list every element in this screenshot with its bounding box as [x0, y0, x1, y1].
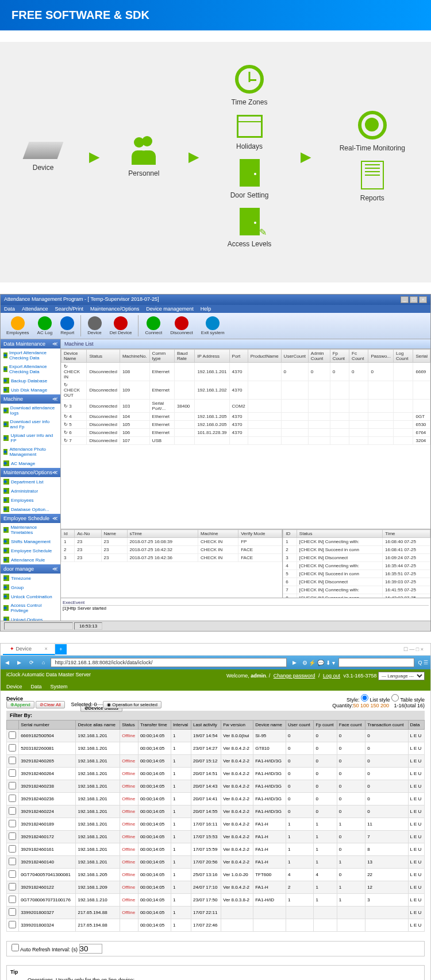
- back-button[interactable]: ◀: [3, 659, 11, 667]
- nav-item[interactable]: Data: [31, 684, 42, 690]
- status-grid[interactable]: IDStatusTime1[CHECK IN] Connecting with:…: [283, 529, 430, 598]
- machine-list-grid[interactable]: Device NameStatusMachineNo.Comm typeBaud…: [61, 349, 430, 529]
- sidebar-item[interactable]: ◆Usb Disk Manage: [1, 385, 60, 394]
- table-row[interactable]: 3399201800324217.65.194.8800:00;14:05117…: [7, 919, 425, 932]
- sidebar-item[interactable]: ◆Department List: [1, 477, 60, 486]
- toolbar-disconnect[interactable]: Disconnect: [167, 315, 197, 336]
- toolbar-device[interactable]: Device: [84, 315, 105, 336]
- menu-item[interactable]: Maintenance/Options: [90, 306, 139, 312]
- menu-item[interactable]: Search/Print: [55, 306, 84, 312]
- toolbar-employees[interactable]: Employees: [3, 315, 33, 336]
- table-row[interactable]: ↻ 5Disconnected105Ethernet192.168.0.2054…: [61, 421, 430, 429]
- sidebar-item[interactable]: ◆Download user info and Fp: [1, 417, 60, 431]
- table-row[interactable]: 3399201800327217.65.194.88Offline00:00;1…: [7, 907, 425, 919]
- table-row[interactable]: 0GT7080067073100176192.168.1.210Offline0…: [7, 894, 425, 907]
- table-row[interactable]: 3929182460264192.168.1.201Offline00:00;1…: [7, 768, 425, 780]
- maximize-button[interactable]: □: [410, 296, 418, 303]
- table-row[interactable]: 6[CHECK IN] Disconnect16:39:03 07-25: [283, 578, 430, 586]
- table-row[interactable]: 3929182460172192.168.1.201Offline00:00;1…: [7, 831, 425, 843]
- table-row[interactable]: 3929182460189192.168.1.201Offline00:00;1…: [7, 818, 425, 831]
- menu-item[interactable]: Device management: [146, 306, 194, 312]
- nav-item[interactable]: System: [51, 684, 68, 690]
- table-row[interactable]: 4[CHECK IN] Connecting with:16:35:44 07-…: [283, 562, 430, 570]
- table-row[interactable]: 6669182500504192.168.1.201Offline00:00;1…: [7, 730, 425, 742]
- sidebar-item[interactable]: ◆Database Option...: [1, 505, 60, 514]
- sidebar-item[interactable]: ◆Import Attendance Checking Data: [1, 348, 60, 362]
- language-select[interactable]: --- Language ---: [378, 672, 425, 680]
- sidebar-section-header[interactable]: Data Maintenance≪: [1, 339, 60, 348]
- table-row[interactable]: 3929182460236192.168.1.201Offline00:00;1…: [7, 793, 425, 805]
- log-grid[interactable]: IdAc-NoNamesTimeMachineVerify Mode123232…: [61, 529, 283, 598]
- sidebar-section-header[interactable]: Machine≪: [1, 394, 60, 404]
- clear-all-button[interactable]: ⊘Clear All: [36, 701, 65, 708]
- list-style-radio[interactable]: List style: [361, 697, 390, 703]
- browser-tab[interactable]: ✦ Device ×: [3, 644, 55, 655]
- sidebar-item[interactable]: ◆Attendance Rule: [1, 555, 60, 564]
- search-button[interactable]: ▶: [290, 659, 299, 667]
- table-row[interactable]: 5[CHECK IN] Succeed in conn16:35:51 07-2…: [283, 570, 430, 578]
- refresh-button[interactable]: ⟳: [27, 659, 36, 667]
- table-row[interactable]: 3929182460238192.168.1.201Offline00:00;1…: [7, 780, 425, 793]
- table-row[interactable]: 7[CHECK IN] Connecting with:16:41:55 07-…: [283, 586, 430, 594]
- auto-refresh-checkbox[interactable]: Auto Refresh Interval: (s): [11, 947, 78, 952]
- table-row[interactable]: ↻ 7Disconnected107USB3204: [61, 437, 430, 445]
- sidebar-item[interactable]: ◆AC Manage: [1, 459, 60, 468]
- sidebar-item[interactable]: ◆Timezone: [1, 574, 60, 583]
- logout-link[interactable]: Log out: [323, 673, 340, 679]
- table-row[interactable]: ↻ 3Disconnected103Serial Port/...38400CO…: [61, 400, 430, 413]
- table-row[interactable]: 3929182460265192.168.1.201Offline00:00;1…: [7, 755, 425, 768]
- toolbar-exit-system[interactable]: Exit system: [198, 315, 228, 336]
- sidebar-item[interactable]: ◆Access Control Privilege: [1, 601, 60, 615]
- table-row[interactable]: 2[CHECK IN] Succeed in conn16:08:41 07-2…: [283, 546, 430, 554]
- toolbar-ac-log[interactable]: AC Log: [34, 315, 56, 336]
- menu-item[interactable]: Data: [4, 306, 15, 312]
- sidebar-item[interactable]: ◆Employees: [1, 495, 60, 505]
- table-row[interactable]: 123232018-07-25 16:08:39CHECK INFP: [61, 538, 282, 546]
- table-row[interactable]: 3929182460140192.168.1.201Offline00:00;1…: [7, 856, 425, 869]
- table-row[interactable]: 1[CHECK IN] Connecting with:16:08:40 07-…: [283, 538, 430, 546]
- sidebar-section-header[interactable]: Employee Schedule≪: [1, 514, 60, 523]
- forward-button[interactable]: ▶: [15, 659, 24, 667]
- append-button[interactable]: ⊕Append: [6, 701, 34, 708]
- table-row[interactable]: 323232018-07-25 16:42:36CHECK INFACE: [61, 554, 282, 562]
- table-row[interactable]: 3929182460122192.168.1.209Offline00:00;1…: [7, 881, 425, 894]
- table-row[interactable]: 223232018-07-25 16:42:32CHECK INFACE: [61, 546, 282, 554]
- table-row[interactable]: 3[CHECK IN] Disconnect16:09:24 07-25: [283, 554, 430, 562]
- sidebar-item[interactable]: ◆Export Attendance Checking Data: [1, 362, 60, 376]
- sidebar-item[interactable]: ◆Maintenance Timetables: [1, 523, 60, 537]
- table-style-radio[interactable]: Table style: [391, 697, 425, 703]
- url-input[interactable]: [51, 658, 286, 667]
- device-table[interactable]: Serial numberDevice alias nameStatusTran…: [6, 720, 425, 932]
- sidebar-item[interactable]: ◆Employee Schedule: [1, 546, 60, 555]
- toolbar-del-device[interactable]: Del Device: [106, 315, 136, 336]
- table-row[interactable]: 3929182460161192.168.1.201Offline00:00;1…: [7, 843, 425, 856]
- browser-sys-icons[interactable]: ☐ — □ ×: [399, 646, 428, 652]
- sidebar-item[interactable]: ◆Shifts Management: [1, 537, 60, 546]
- sidebar-item[interactable]: ◆Backup Database: [1, 376, 60, 385]
- minimize-button[interactable]: _: [401, 296, 409, 303]
- menu-item[interactable]: Help: [201, 306, 211, 312]
- new-tab-button[interactable]: +: [55, 644, 67, 654]
- table-row[interactable]: ↻ CHECK INDisconnected108Ethernet192.168…: [61, 363, 430, 381]
- sidebar-item[interactable]: ◆Download attendance logs: [1, 404, 60, 417]
- sidebar-item[interactable]: ◆Group: [1, 583, 60, 592]
- operation-button[interactable]: ◉ Operation for selected: [103, 701, 161, 708]
- nav-item[interactable]: Device: [6, 684, 22, 690]
- table-row[interactable]: 5203182260081192.168.1.20100:00;14:05123…: [7, 742, 425, 755]
- table-row[interactable]: ↻ CHECK OUTDisconnected109Ethernet192.16…: [61, 381, 430, 400]
- sidebar-section-header[interactable]: Maintenance/Options≪: [1, 468, 60, 477]
- table-row[interactable]: 3929182460224192.168.1.201Offline00:00;1…: [7, 805, 425, 818]
- toolbar-connect[interactable]: Connect: [141, 315, 166, 336]
- sidebar-section-header[interactable]: door manage≪: [1, 564, 60, 574]
- menu-item[interactable]: Attendance: [22, 306, 48, 312]
- interval-input[interactable]: [79, 944, 102, 954]
- sidebar-item[interactable]: ◆Unlock Combination: [1, 592, 60, 601]
- home-button[interactable]: ⌂: [40, 659, 47, 667]
- table-row[interactable]: ↻ 4Disconnected104Ethernet192.168.1.2054…: [61, 413, 430, 421]
- table-row[interactable]: 0GT7040057041300081192.168.1.205Offline0…: [7, 869, 425, 881]
- sidebar-item[interactable]: ◆Administrator: [1, 486, 60, 495]
- change-password-link[interactable]: Change password: [274, 673, 315, 679]
- search-input[interactable]: [338, 658, 415, 667]
- toolbar-report[interactable]: Report: [57, 315, 78, 336]
- sidebar-item[interactable]: ◆Upload Options: [1, 615, 60, 621]
